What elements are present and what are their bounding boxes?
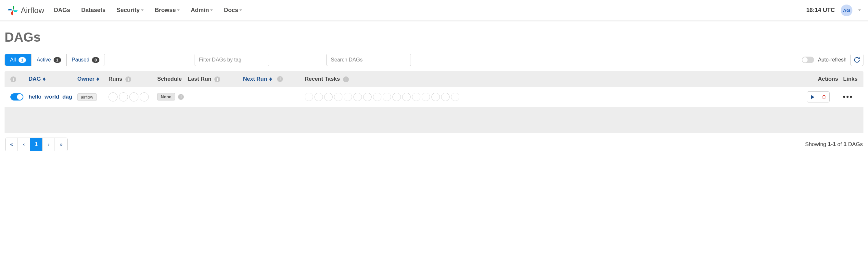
refresh-icon <box>854 57 860 63</box>
info-icon: i <box>343 77 349 82</box>
brand-text: Airflow <box>21 6 44 15</box>
dag-enable-toggle[interactable] <box>10 93 23 101</box>
col-dag[interactable]: DAG <box>29 76 77 82</box>
nav-item-browse[interactable]: Browse <box>155 7 180 14</box>
dag-name-link[interactable]: hello_world_dag <box>29 94 72 100</box>
nav-item-dags[interactable]: DAGs <box>54 7 70 14</box>
filter-active-count: 1 <box>54 57 61 63</box>
page-prev-button[interactable]: ‹ <box>18 138 30 151</box>
filter-all-count: 1 <box>19 57 26 63</box>
page-next-button[interactable]: › <box>42 138 55 151</box>
pagination: « ‹ 1 › » <box>5 138 68 151</box>
play-icon <box>810 95 815 99</box>
delete-dag-button[interactable] <box>818 92 829 102</box>
col-links: Links <box>838 76 858 82</box>
clock: 16:14 UTC <box>806 7 835 14</box>
sort-icon <box>269 78 272 81</box>
chevron-down-icon[interactable] <box>858 9 861 11</box>
brand[interactable]: Airflow <box>7 5 44 16</box>
info-icon: i <box>214 77 220 82</box>
filter-by-tag-input[interactable] <box>194 54 269 66</box>
sort-icon <box>43 78 45 81</box>
row-actions <box>807 91 830 103</box>
nav-item-docs[interactable]: Docs <box>224 7 242 14</box>
auto-refresh-toggle[interactable] <box>802 57 814 63</box>
col-schedule: Schedule <box>157 76 188 82</box>
info-icon: i <box>10 77 16 82</box>
table-header: i DAG Owner Runs i Schedule Last Run i N… <box>4 71 864 87</box>
nav-item-security[interactable]: Security <box>117 7 144 14</box>
col-next-run[interactable]: Next Run i <box>243 76 305 82</box>
chevron-down-icon <box>177 9 180 11</box>
table-row: hello_world_dag airflow None i <box>4 87 864 107</box>
chevron-down-icon <box>240 9 242 11</box>
airflow-logo-icon <box>7 5 18 16</box>
nav-right: 16:14 UTC AG <box>806 5 861 16</box>
status-filter-group: All 1 Active 1 Paused 0 <box>4 54 105 66</box>
schedule-badge: None <box>157 93 175 101</box>
info-icon: i <box>277 76 283 82</box>
col-owner[interactable]: Owner <box>77 76 108 82</box>
pagination-row: « ‹ 1 › » Showing 1-1 of 1 DAGs <box>4 138 864 151</box>
owner-badge[interactable]: airflow <box>77 93 97 101</box>
refresh-button[interactable] <box>850 54 864 66</box>
user-avatar[interactable]: AG <box>841 5 852 16</box>
auto-refresh-label: Auto-refresh <box>818 57 846 63</box>
page-last-button[interactable]: » <box>55 138 67 151</box>
nav-item-admin[interactable]: Admin <box>191 7 213 14</box>
nav-item-datasets[interactable]: Datasets <box>81 7 105 14</box>
trash-icon <box>822 95 827 99</box>
page-1-button[interactable]: 1 <box>30 138 42 151</box>
sort-icon <box>96 78 99 81</box>
pagination-summary: Showing 1-1 of 1 DAGs <box>805 141 863 148</box>
info-icon: i <box>125 77 131 82</box>
page-title: DAGs <box>4 30 864 45</box>
recent-tasks-indicator <box>305 93 807 101</box>
more-links-button[interactable]: ••• <box>843 92 853 101</box>
navbar: Airflow DAGs Datasets Security Browse Ad… <box>0 0 868 21</box>
col-recent-tasks: Recent Tasks i <box>305 76 807 82</box>
chevron-down-icon <box>141 9 144 11</box>
search-dags-input[interactable] <box>327 54 411 66</box>
filter-active-button[interactable]: Active 1 <box>32 54 67 66</box>
filter-paused-count: 0 <box>92 57 99 63</box>
info-icon: i <box>178 94 184 100</box>
filter-paused-button[interactable]: Paused 0 <box>67 54 105 66</box>
col-last-run: Last Run i <box>188 76 243 82</box>
runs-indicator <box>108 92 157 102</box>
col-actions: Actions <box>807 76 838 82</box>
filter-all-button[interactable]: All 1 <box>5 54 32 66</box>
chevron-down-icon <box>210 9 213 11</box>
col-runs: Runs i <box>108 76 157 82</box>
nav-menu: DAGs Datasets Security Browse Admin Docs <box>54 7 242 14</box>
trigger-dag-button[interactable] <box>807 92 818 102</box>
dags-table: i DAG Owner Runs i Schedule Last Run i N… <box>4 71 864 133</box>
page-first-button[interactable]: « <box>5 138 18 151</box>
toolbar: All 1 Active 1 Paused 0 Auto-refresh <box>4 54 864 66</box>
